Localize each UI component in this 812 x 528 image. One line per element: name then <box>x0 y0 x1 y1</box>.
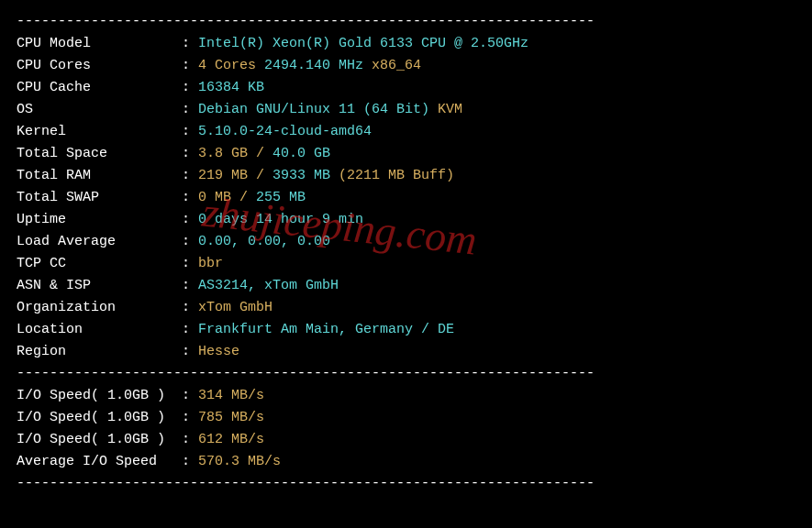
row-label: Load Average <box>17 234 182 249</box>
row-value: Hesse <box>198 344 239 359</box>
info-row: CPU Cache : 16384 KB <box>17 77 795 99</box>
row-label: ASN & ISP <box>17 278 182 293</box>
colon: : <box>182 168 198 183</box>
row-label: TCP CC <box>17 256 182 271</box>
info-row: Total RAM : 219 MB / 3933 MB (2211 MB Bu… <box>17 165 795 187</box>
colon: : <box>182 388 198 403</box>
info-row: CPU Model : Intel(R) Xeon(R) Gold 6133 C… <box>17 33 795 55</box>
divider-top: ----------------------------------------… <box>17 11 795 33</box>
info-row: I/O Speed( 1.0GB ) : 612 MB/s <box>17 429 795 451</box>
colon: : <box>182 300 198 315</box>
row-label: I/O Speed( 1.0GB ) <box>17 410 182 425</box>
row-label: Kernel <box>17 124 182 139</box>
info-row: CPU Cores : 4 Cores 2494.140 MHz x86_64 <box>17 55 795 77</box>
row-label: OS <box>17 102 182 117</box>
row-value: 314 MB/s <box>198 388 264 403</box>
row-label: Average I/O Speed <box>17 454 182 469</box>
divider-bottom: ----------------------------------------… <box>17 473 795 495</box>
info-row: Location : Frankfurt Am Main, Germany / … <box>17 319 795 341</box>
info-row: OS : Debian GNU/Linux 11 (64 Bit) KVM <box>17 99 795 121</box>
info-row: I/O Speed( 1.0GB ) : 314 MB/s <box>17 385 795 407</box>
info-row: Total SWAP : 0 MB / 255 MB <box>17 187 795 209</box>
info-row: ASN & ISP : AS3214, xTom GmbH <box>17 275 795 297</box>
colon: : <box>182 124 198 139</box>
colon: : <box>182 212 198 227</box>
info-row: TCP CC : bbr <box>17 253 795 275</box>
row-value: 2494.140 MHz <box>256 58 372 73</box>
row-label: Region <box>17 344 182 359</box>
colon: : <box>182 454 198 469</box>
colon: : <box>182 80 198 95</box>
row-label: Total SWAP <box>17 190 182 205</box>
colon: : <box>182 36 198 51</box>
row-value: x86_64 <box>372 58 421 73</box>
colon: : <box>182 234 198 249</box>
row-value: 255 MB <box>256 190 306 205</box>
row-value: KVM <box>438 102 462 117</box>
row-label: Total RAM <box>17 168 182 183</box>
colon: : <box>182 190 198 205</box>
row-value: 5.10.0-24-cloud-amd64 <box>198 124 372 139</box>
row-label: Uptime <box>17 212 182 227</box>
row-label: Location <box>17 322 182 337</box>
row-label: I/O Speed( 1.0GB ) <box>17 432 182 447</box>
colon: : <box>182 344 198 359</box>
info-row: Kernel : 5.10.0-24-cloud-amd64 <box>17 121 795 143</box>
row-value: bbr <box>198 256 223 271</box>
info-row: Average I/O Speed : 570.3 MB/s <box>17 451 795 473</box>
info-row: Organization : xTom GmbH <box>17 297 795 319</box>
terminal-output: ----------------------------------------… <box>17 11 795 495</box>
info-row: Load Average : 0.00, 0.00, 0.00 <box>17 231 795 253</box>
colon: : <box>182 58 198 73</box>
info-row: Region : Hesse <box>17 341 795 363</box>
colon: : <box>182 256 198 271</box>
row-label: Organization <box>17 300 182 315</box>
row-value: 4 Cores <box>198 58 256 73</box>
row-value: 16384 KB <box>198 80 264 95</box>
info-row: Total Space : 3.8 GB / 40.0 GB <box>17 143 795 165</box>
row-value: Intel(R) Xeon(R) Gold 6133 CPU @ 2.50GHz <box>198 36 528 51</box>
row-value: 0.00, 0.00, 0.00 <box>198 234 330 249</box>
row-label: Total Space <box>17 146 182 161</box>
row-label: CPU Cache <box>17 80 182 95</box>
row-label: CPU Model <box>17 36 182 51</box>
row-value: Debian GNU/Linux 11 (64 Bit) <box>198 102 438 117</box>
row-value: xTom GmbH <box>198 300 273 315</box>
row-label: CPU Cores <box>17 58 182 73</box>
row-value: AS3214, xTom GmbH <box>198 278 339 293</box>
row-value: (2211 MB Buff) <box>339 168 454 183</box>
row-value: 40.0 GB <box>273 146 330 161</box>
row-value: Frankfurt Am Main, Germany / DE <box>198 322 454 337</box>
colon: : <box>182 322 198 337</box>
row-value: 219 MB / <box>198 168 273 183</box>
colon: : <box>182 278 198 293</box>
info-row: Uptime : 0 days 14 hour 9 min <box>17 209 795 231</box>
colon: : <box>182 102 198 117</box>
info-row: I/O Speed( 1.0GB ) : 785 MB/s <box>17 407 795 429</box>
divider-mid: ----------------------------------------… <box>17 363 795 385</box>
colon: : <box>182 410 198 425</box>
row-label: I/O Speed( 1.0GB ) <box>17 388 182 403</box>
row-value: 3933 MB <box>273 168 339 183</box>
colon: : <box>182 432 198 447</box>
row-value: 612 MB/s <box>198 432 264 447</box>
colon: : <box>182 146 198 161</box>
row-value: 3.8 GB / <box>198 146 273 161</box>
io-speed-block: I/O Speed( 1.0GB ) : 314 MB/sI/O Speed( … <box>17 385 795 473</box>
system-info-block: CPU Model : Intel(R) Xeon(R) Gold 6133 C… <box>17 33 795 363</box>
row-value: 785 MB/s <box>198 410 264 425</box>
row-value: 570.3 MB/s <box>198 454 281 469</box>
row-value: 0 days 14 hour 9 min <box>198 212 363 227</box>
row-value: 0 MB / <box>198 190 256 205</box>
